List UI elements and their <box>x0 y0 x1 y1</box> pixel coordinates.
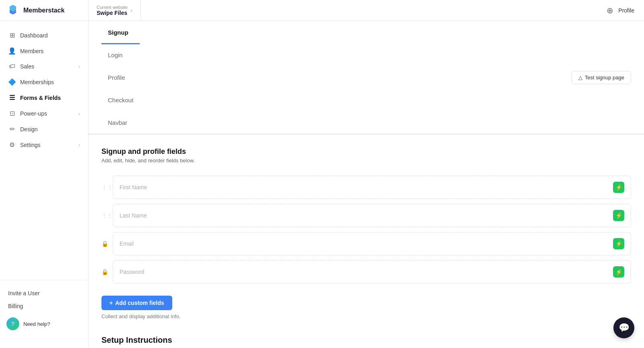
logo-text: Memberstack <box>23 7 64 14</box>
chevron-icon: › <box>78 143 80 147</box>
field-placeholder-last-name: Last Name <box>120 212 147 219</box>
profile-button[interactable]: Profile <box>618 7 634 14</box>
tab-checkout[interactable]: Checkout <box>101 89 140 112</box>
field-input-last-name[interactable]: Last Name ⚡ <box>113 204 631 227</box>
add-custom-fields-button[interactable]: + Add custom fields <box>101 296 172 310</box>
website-selector[interactable]: Current website Swipe Files › <box>89 0 141 21</box>
drag-handle-last-name[interactable]: ⋮⋮ <box>101 212 108 219</box>
power-ups-icon: ⊡ <box>8 110 16 117</box>
help-text: Need help? <box>23 321 50 327</box>
tab-login[interactable]: Login <box>101 44 140 67</box>
drag-handle-first-name[interactable]: ⋮⋮ <box>101 184 108 191</box>
sidebar-item-forms-fields[interactable]: ☰ Forms & Fields <box>0 90 88 106</box>
sidebar-label-members: Members <box>20 48 43 54</box>
sidebar-item-power-ups[interactable]: ⊡ Power-ups › <box>0 106 88 121</box>
sidebar-label-settings: Settings <box>20 142 41 148</box>
field-row-first-name: ⋮⋮ First Name ⚡ <box>101 173 631 201</box>
forms-fields-icon: ☰ <box>8 94 16 102</box>
content-card: SignupLoginProfileCheckoutNavbar △ Test … <box>89 21 644 348</box>
sidebar-item-memberships[interactable]: 🔷 Memberships <box>0 74 88 90</box>
sales-icon: 🏷 <box>8 63 16 70</box>
chevron-icon: › <box>78 111 80 116</box>
sidebar-item-invite-user[interactable]: Invite a User <box>0 287 88 300</box>
members-icon: 👤 <box>8 47 16 55</box>
sidebar: ⊞ Dashboard 👤 Members 🏷 Sales › 🔷 Member… <box>0 21 89 348</box>
sidebar-item-sales[interactable]: 🏷 Sales › <box>0 59 88 74</box>
sidebar-item-members[interactable]: 👤 Members <box>0 43 88 59</box>
bolt-badge-password: ⚡ <box>613 266 624 278</box>
test-icon: △ <box>578 75 582 81</box>
tab-actions: △ Test signup page <box>572 66 631 89</box>
bolt-badge-email: ⚡ <box>613 238 624 249</box>
sidebar-label-design: Design <box>20 126 38 133</box>
topbar-right: ⊕ Profile <box>597 6 644 15</box>
field-row-password: 🔒 Password ⚡ <box>101 258 631 286</box>
topbar: Memberstack Current website Swipe Files … <box>0 0 644 21</box>
lock-icon-email: 🔒 <box>101 240 108 247</box>
field-row-email: 🔒 Email ⚡ <box>101 230 631 258</box>
tabs-header: SignupLoginProfileCheckoutNavbar △ Test … <box>89 21 644 135</box>
logo[interactable]: Memberstack <box>0 0 89 21</box>
add-fields-label: Add custom fields <box>115 300 164 306</box>
sidebar-bottom: Invite a User Billing ? Need help? <box>0 280 88 342</box>
field-input-password[interactable]: Password ⚡ <box>113 260 631 284</box>
sidebar-item-dashboard[interactable]: ⊞ Dashboard <box>0 27 88 43</box>
field-input-email[interactable]: Email ⚡ <box>113 232 631 255</box>
sidebar-item-settings[interactable]: ⚙ Settings › <box>0 137 88 153</box>
sidebar-nav: ⊞ Dashboard 👤 Members 🏷 Sales › 🔷 Member… <box>0 27 88 153</box>
field-placeholder-email: Email <box>120 240 134 247</box>
layout: ⊞ Dashboard 👤 Members 🏷 Sales › 🔷 Member… <box>0 21 644 348</box>
sidebar-label-memberships: Memberships <box>20 79 54 85</box>
test-signup-button[interactable]: △ Test signup page <box>572 71 631 84</box>
tab-navbar[interactable]: Navbar <box>101 111 140 135</box>
chat-fab[interactable]: 💬 <box>613 317 634 338</box>
field-row-last-name: ⋮⋮ Last Name ⚡ <box>101 201 631 230</box>
settings-icon: ⚙ <box>8 141 16 149</box>
tabs-nav: SignupLoginProfileCheckoutNavbar <box>101 21 140 134</box>
bolt-badge-first-name: ⚡ <box>613 182 624 193</box>
field-input-first-name[interactable]: First Name ⚡ <box>113 176 631 199</box>
add-fields-hint: Collect and display additional info. <box>101 313 631 319</box>
sidebar-item-billing[interactable]: Billing <box>0 300 88 313</box>
section-title: Signup and profile fields <box>101 147 631 156</box>
logo-icon <box>6 4 19 17</box>
sidebar-label-forms-fields: Forms & Fields <box>20 95 61 101</box>
dashboard-icon: ⊞ <box>8 31 16 39</box>
fields-list: ⋮⋮ First Name ⚡ ⋮⋮ Last Name ⚡ 🔒 Email ⚡… <box>101 173 631 286</box>
field-placeholder-password: Password <box>120 269 144 275</box>
tab-signup[interactable]: Signup <box>101 21 140 44</box>
setup-title: Setup Instructions <box>101 336 631 345</box>
website-label: Current website <box>97 5 128 10</box>
add-icon: + <box>109 300 113 306</box>
sidebar-label-power-ups: Power-ups <box>20 110 47 117</box>
main-content: SignupLoginProfileCheckoutNavbar △ Test … <box>89 21 644 348</box>
memberships-icon: 🔷 <box>8 78 16 86</box>
chat-icon: 💬 <box>619 323 630 333</box>
help-avatar: ? <box>6 317 19 330</box>
globe-icon: ⊕ <box>607 6 613 15</box>
lock-icon-password: 🔒 <box>101 269 108 275</box>
need-help[interactable]: ? Need help? <box>0 313 88 335</box>
design-icon: ✏ <box>8 125 16 133</box>
section-desc: Add, edit, hide, and reorder fields belo… <box>101 157 631 164</box>
sidebar-label-sales: Sales <box>20 63 34 70</box>
chevron-right-icon: › <box>131 8 132 13</box>
test-btn-label: Test signup page <box>585 75 624 81</box>
tab-profile[interactable]: Profile <box>101 66 140 89</box>
website-name: Swipe Files <box>97 10 128 16</box>
sidebar-item-design[interactable]: ✏ Design <box>0 121 88 137</box>
bolt-badge-last-name: ⚡ <box>613 210 624 221</box>
content-body: Signup and profile fields Add, edit, hid… <box>89 135 644 348</box>
chevron-icon: › <box>78 64 80 69</box>
sidebar-label-dashboard: Dashboard <box>20 32 48 39</box>
field-placeholder-first-name: First Name <box>120 184 147 191</box>
